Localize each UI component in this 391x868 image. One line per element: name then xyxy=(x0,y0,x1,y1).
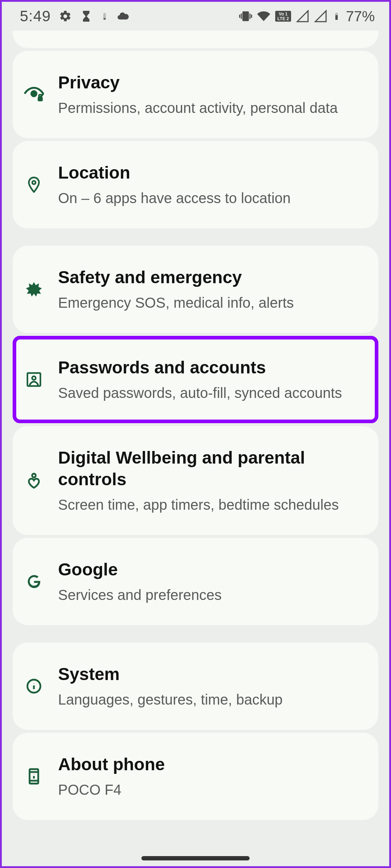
svg-point-3 xyxy=(31,91,36,96)
svg-point-5 xyxy=(32,181,35,184)
vibrate-icon xyxy=(239,10,252,23)
item-subtitle: POCO F4 xyxy=(58,780,366,799)
wellbeing-icon xyxy=(23,472,44,489)
privacy-icon xyxy=(23,84,44,105)
item-title: Safety and emergency xyxy=(58,267,366,288)
item-title: System xyxy=(58,663,366,685)
gear-icon xyxy=(59,10,72,23)
item-subtitle: Screen time, app timers, bedtime schedul… xyxy=(58,495,366,514)
item-title: Passwords and accounts xyxy=(58,357,366,378)
account-icon xyxy=(23,371,44,388)
item-title: Privacy xyxy=(58,72,366,93)
signal-1-icon xyxy=(296,10,309,23)
battery-percent: 77% xyxy=(346,8,375,25)
svg-point-7 xyxy=(32,376,36,380)
settings-item-system[interactable]: System Languages, gestures, time, backup xyxy=(13,643,378,730)
item-subtitle: On – 6 apps have access to location xyxy=(58,189,366,207)
item-title: Digital Wellbeing and parental controls xyxy=(58,447,366,490)
item-subtitle: Saved passwords, auto-fill, synced accou… xyxy=(58,383,366,402)
settings-item-wellbeing[interactable]: Digital Wellbeing and parental controls … xyxy=(13,426,378,535)
hourglass-icon xyxy=(80,10,93,23)
status-bar: 5:49 Vo 1LTE 2 77% xyxy=(2,2,389,31)
settings-item-safety[interactable]: Safety and emergency Emergency SOS, medi… xyxy=(13,246,378,333)
wifi-icon xyxy=(257,10,270,23)
settings-item-about[interactable]: About phone POCO F4 xyxy=(13,733,378,820)
item-subtitle: Services and preferences xyxy=(58,586,366,604)
item-subtitle: Languages, gestures, time, backup xyxy=(58,690,366,709)
cloud-icon xyxy=(117,10,129,23)
item-title: Location xyxy=(58,162,366,184)
google-icon xyxy=(23,573,44,590)
settings-item-passwords[interactable]: Passwords and accounts Saved passwords, … xyxy=(13,336,378,423)
svg-point-8 xyxy=(32,474,36,477)
nav-handle[interactable] xyxy=(141,856,250,860)
svg-text:Vo 1: Vo 1 xyxy=(279,12,288,17)
status-time: 5:49 xyxy=(20,8,51,25)
medical-icon xyxy=(23,281,44,298)
item-subtitle: Permissions, account activity, personal … xyxy=(58,98,366,117)
info-icon xyxy=(23,678,44,695)
item-title: Google xyxy=(58,559,366,580)
svg-rect-4 xyxy=(38,97,43,101)
settings-item-privacy[interactable]: Privacy Permissions, account activity, p… xyxy=(13,51,378,138)
signal-2-icon xyxy=(314,10,327,23)
settings-item-google[interactable]: Google Services and preferences xyxy=(13,538,378,625)
svg-text:LTE 2: LTE 2 xyxy=(277,16,289,21)
settings-item-location[interactable]: Location On – 6 apps have access to loca… xyxy=(13,141,378,228)
item-title: About phone xyxy=(58,754,366,775)
partial-card-top[interactable] xyxy=(13,31,378,48)
phone-info-icon xyxy=(23,768,44,785)
battery-icon xyxy=(332,10,341,23)
location-icon xyxy=(23,176,44,193)
volte-icon: Vo 1LTE 2 xyxy=(275,11,291,22)
item-subtitle: Emergency SOS, medical info, alerts xyxy=(58,293,366,312)
battery-low-icon xyxy=(101,10,109,23)
